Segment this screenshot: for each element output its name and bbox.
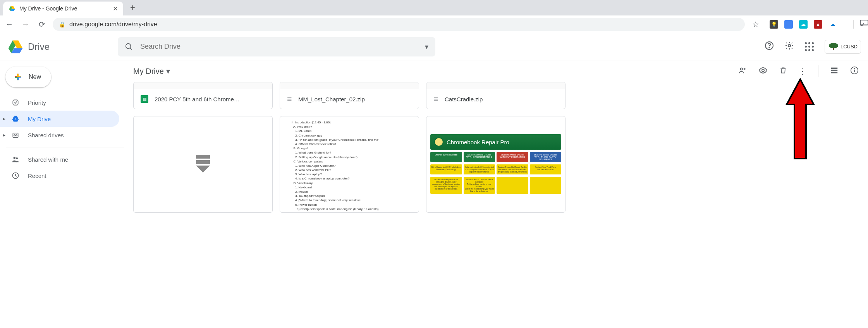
drive-header: Drive ▾ LCUSD xyxy=(0,33,868,60)
file-card[interactable]: ☰ CatsCradle.zip xyxy=(426,82,565,109)
svg-rect-8 xyxy=(13,100,18,105)
sidebar-item-label: Shared drives xyxy=(28,132,64,138)
repair-banner: Chromebook Repair Pro xyxy=(430,134,561,150)
repair-title: Chromebook Repair Pro xyxy=(447,139,509,145)
svg-point-4 xyxy=(769,47,770,48)
file-card[interactable]: Chromebook Repair Pro District-owned Dev… xyxy=(426,116,565,213)
cast-icon[interactable] xyxy=(853,20,864,29)
extension-icon-pdf[interactable]: ▲ xyxy=(814,20,822,29)
file-card[interactable]: I. Introduction [12:45 - 1:00] A. Who am… xyxy=(280,116,419,213)
content-area: My Drive ▾ ⋮ ▦ 2020 PCY xyxy=(124,60,868,328)
shared-drives-icon xyxy=(11,131,20,139)
file-card[interactable]: ☰ MM_Lost_Chapter_02.zip xyxy=(280,82,419,109)
main-layout: New Priority ▸ My Drive ▸ Shared drives … xyxy=(0,60,868,328)
svg-point-22 xyxy=(854,68,855,69)
new-button[interactable]: New xyxy=(5,67,51,87)
sidebar-item-label: My Drive xyxy=(28,116,51,122)
preview-button[interactable] xyxy=(758,66,768,77)
breadcrumb-label: My Drive xyxy=(133,67,164,76)
my-drive-icon xyxy=(11,115,20,123)
svg-rect-18 xyxy=(831,70,838,71)
lock-icon: 🔒 xyxy=(59,21,65,27)
forward-button[interactable]: → xyxy=(20,20,31,29)
priority-icon xyxy=(11,99,20,106)
drive-favicon-icon xyxy=(9,5,15,12)
org-label: LCUSD xyxy=(840,44,858,50)
recent-icon xyxy=(11,172,20,179)
settings-button[interactable] xyxy=(785,41,794,53)
zip-icon: ☰ xyxy=(433,96,438,102)
svg-rect-24 xyxy=(196,160,210,164)
search-icon xyxy=(125,43,133,51)
share-button[interactable] xyxy=(738,66,747,77)
svg-rect-7 xyxy=(833,48,834,50)
browser-toolbar: ← → ⟳ 🔒 drive.google.com/drive/my-drive … xyxy=(0,15,868,33)
search-box[interactable]: ▾ xyxy=(118,37,435,56)
account-org-badge[interactable]: LCUSD xyxy=(825,40,861,54)
sidebar: New Priority ▸ My Drive ▸ Shared drives … xyxy=(0,60,124,328)
new-button-label: New xyxy=(29,73,41,80)
search-input[interactable] xyxy=(140,43,418,51)
drive-logo-icon xyxy=(7,38,24,55)
file-thumbnail xyxy=(426,82,565,89)
file-name: CatsCradle.zip xyxy=(445,96,483,102)
expand-caret-icon[interactable]: ▸ xyxy=(3,116,5,121)
back-button[interactable]: ← xyxy=(4,20,15,29)
sidebar-item-priority[interactable]: Priority xyxy=(0,94,119,111)
details-button[interactable] xyxy=(850,66,859,77)
svg-point-12 xyxy=(14,157,16,159)
header-icons: LCUSD xyxy=(765,40,861,54)
plus-icon xyxy=(12,72,23,82)
seal-icon xyxy=(434,137,443,147)
drive-logo[interactable]: Drive xyxy=(7,38,50,55)
extension-icon-onedrive[interactable]: ☁ xyxy=(828,20,837,29)
browser-tab[interactable]: My Drive - Google Drive ✕ xyxy=(3,2,123,15)
svg-point-5 xyxy=(788,44,791,47)
action-bar: ⋮ xyxy=(738,65,859,77)
svg-point-6 xyxy=(829,43,838,48)
expand-caret-icon[interactable]: ▸ xyxy=(3,132,5,138)
extension-icon-tips[interactable]: 💡 xyxy=(770,20,778,29)
list-view-button[interactable] xyxy=(830,66,839,77)
browser-chrome: My Drive - Google Drive ✕ + ← → ⟳ 🔒 driv… xyxy=(0,0,868,33)
svg-rect-17 xyxy=(831,67,838,69)
extension-icon-cloud[interactable]: ☁ xyxy=(799,20,808,29)
help-button[interactable] xyxy=(765,41,774,53)
new-tab-button[interactable]: + xyxy=(130,3,135,13)
bookmark-star-button[interactable]: ☆ xyxy=(750,20,761,29)
more-actions-button[interactable]: ⋮ xyxy=(799,67,806,76)
sidebar-item-recent[interactable]: Recent xyxy=(0,167,119,184)
address-bar[interactable]: 🔒 drive.google.com/drive/my-drive xyxy=(53,18,745,31)
apps-button[interactable] xyxy=(805,42,814,51)
file-thumbnail xyxy=(280,82,419,89)
file-card[interactable] xyxy=(133,116,273,213)
sidebar-item-shared-with-me[interactable]: Shared with me xyxy=(0,151,119,167)
sidebar-separator xyxy=(6,147,124,147)
sidebar-item-my-drive[interactable]: ▸ My Drive xyxy=(0,111,119,127)
sheets-icon: ▦ xyxy=(141,95,148,103)
file-grid: ▦ 2020 PCY 5th and 6th Chrome… ☰ MM_Lost… xyxy=(124,82,868,213)
chevron-down-icon: ▾ xyxy=(166,67,170,76)
svg-point-11 xyxy=(16,135,17,136)
svg-line-2 xyxy=(130,48,132,50)
file-thumbnail xyxy=(134,82,272,89)
extension-icon-docs[interactable] xyxy=(784,20,793,29)
breadcrumb[interactable]: My Drive ▾ xyxy=(133,67,170,76)
tab-title: My Drive - Google Drive xyxy=(19,5,77,12)
org-tree-icon xyxy=(828,43,839,51)
zip-icon: ☰ xyxy=(287,96,292,102)
delete-button[interactable] xyxy=(779,66,787,77)
extension-icons: 💡 ☁ ▲ ☁ xyxy=(767,20,840,29)
svg-rect-19 xyxy=(831,72,838,73)
svg-point-13 xyxy=(16,157,18,159)
tab-close-button[interactable]: ✕ xyxy=(113,5,118,12)
action-separator xyxy=(818,65,818,77)
sidebar-item-shared-drives[interactable]: ▸ Shared drives xyxy=(0,127,119,143)
file-card[interactable]: ▦ 2020 PCY 5th and 6th Chrome… xyxy=(133,82,273,109)
download-stack-icon xyxy=(194,155,211,174)
svg-rect-23 xyxy=(196,155,210,159)
search-options-caret[interactable]: ▾ xyxy=(425,43,428,51)
sidebar-item-label: Shared with me xyxy=(28,156,68,163)
reload-button[interactable]: ⟳ xyxy=(36,20,47,29)
annotation-arrow xyxy=(785,77,816,162)
